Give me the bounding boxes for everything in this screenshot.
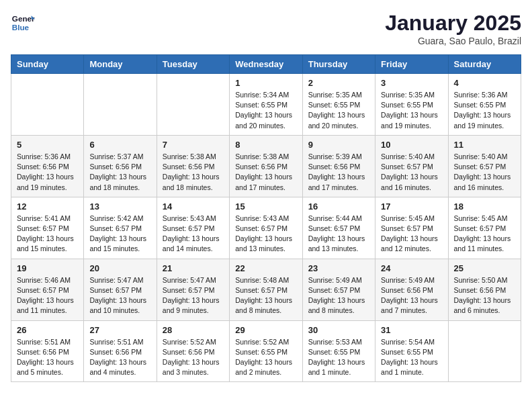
day-info: Sunrise: 5:51 AM Sunset: 6:56 PM Dayligh… [89,337,150,378]
weekday-header: Sunday [11,55,84,74]
day-number: 9 [308,140,369,150]
day-info: Sunrise: 5:49 AM Sunset: 6:56 PM Dayligh… [381,275,442,316]
calendar-cell: 12Sunrise: 5:41 AM Sunset: 6:57 PM Dayli… [11,197,84,259]
calendar-cell [11,74,84,136]
day-info: Sunrise: 5:34 AM Sunset: 6:55 PM Dayligh… [235,90,296,131]
day-info: Sunrise: 5:52 AM Sunset: 6:55 PM Dayligh… [235,337,296,378]
day-info: Sunrise: 5:43 AM Sunset: 6:57 PM Dayligh… [235,214,296,255]
day-number: 17 [381,201,442,212]
calendar-cell: 20Sunrise: 5:47 AM Sunset: 6:57 PM Dayli… [84,259,157,320]
calendar-cell: 24Sunrise: 5:49 AM Sunset: 6:56 PM Dayli… [375,259,448,320]
day-info: Sunrise: 5:48 AM Sunset: 6:57 PM Dayligh… [235,275,296,316]
calendar-cell: 2Sunrise: 5:35 AM Sunset: 6:55 PM Daylig… [302,74,375,136]
day-info: Sunrise: 5:46 AM Sunset: 6:57 PM Dayligh… [17,275,78,316]
calendar-cell: 5Sunrise: 5:36 AM Sunset: 6:56 PM Daylig… [11,135,84,197]
calendar-cell: 9Sunrise: 5:39 AM Sunset: 6:56 PM Daylig… [302,135,375,197]
day-number: 20 [89,263,150,273]
calendar-cell: 27Sunrise: 5:51 AM Sunset: 6:56 PM Dayli… [84,320,157,382]
day-info: Sunrise: 5:47 AM Sunset: 6:57 PM Dayligh… [163,275,224,316]
day-info: Sunrise: 5:49 AM Sunset: 6:57 PM Dayligh… [308,275,369,316]
weekday-header-row: SundayMondayTuesdayWednesdayThursdayFrid… [11,55,521,74]
month-title: January 2025 [385,11,521,36]
day-info: Sunrise: 5:45 AM Sunset: 6:57 PM Dayligh… [381,214,442,255]
day-info: Sunrise: 5:41 AM Sunset: 6:57 PM Dayligh… [17,214,78,255]
day-number: 4 [454,78,515,88]
calendar-cell: 7Sunrise: 5:38 AM Sunset: 6:56 PM Daylig… [157,135,229,197]
calendar-cell [84,74,157,136]
calendar-cell: 15Sunrise: 5:43 AM Sunset: 6:57 PM Dayli… [230,197,302,259]
day-number: 10 [381,140,442,150]
calendar-week-row: 5Sunrise: 5:36 AM Sunset: 6:56 PM Daylig… [11,135,521,197]
day-info: Sunrise: 5:47 AM Sunset: 6:57 PM Dayligh… [89,275,150,316]
calendar-cell: 25Sunrise: 5:50 AM Sunset: 6:56 PM Dayli… [448,259,521,320]
logo: General Blue General Blue [11,11,35,35]
day-info: Sunrise: 5:51 AM Sunset: 6:56 PM Dayligh… [17,337,78,378]
day-number: 26 [17,325,78,335]
day-info: Sunrise: 5:44 AM Sunset: 6:57 PM Dayligh… [308,214,369,255]
weekday-header: Tuesday [157,55,229,74]
calendar-week-row: 12Sunrise: 5:41 AM Sunset: 6:57 PM Dayli… [11,197,521,259]
day-info: Sunrise: 5:53 AM Sunset: 6:55 PM Dayligh… [308,337,369,378]
calendar-cell: 3Sunrise: 5:35 AM Sunset: 6:55 PM Daylig… [375,74,448,136]
day-info: Sunrise: 5:37 AM Sunset: 6:56 PM Dayligh… [89,152,150,193]
calendar-cell: 16Sunrise: 5:44 AM Sunset: 6:57 PM Dayli… [302,197,375,259]
day-number: 24 [381,263,442,273]
day-number: 2 [308,78,369,88]
weekday-header: Wednesday [230,55,302,74]
day-number: 1 [235,78,296,88]
day-info: Sunrise: 5:43 AM Sunset: 6:57 PM Dayligh… [163,214,224,255]
calendar-cell: 26Sunrise: 5:51 AM Sunset: 6:56 PM Dayli… [11,320,84,382]
calendar-week-row: 1Sunrise: 5:34 AM Sunset: 6:55 PM Daylig… [11,74,521,136]
day-info: Sunrise: 5:38 AM Sunset: 6:56 PM Dayligh… [163,152,224,193]
day-info: Sunrise: 5:39 AM Sunset: 6:56 PM Dayligh… [308,152,369,193]
day-number: 27 [89,325,150,335]
calendar-cell: 13Sunrise: 5:42 AM Sunset: 6:57 PM Dayli… [84,197,157,259]
day-number: 23 [308,263,369,273]
day-number: 12 [17,201,78,212]
location: Guara, Sao Paulo, Brazil [385,36,521,46]
day-number: 13 [89,201,150,212]
day-info: Sunrise: 5:40 AM Sunset: 6:57 PM Dayligh… [381,152,442,193]
day-info: Sunrise: 5:45 AM Sunset: 6:57 PM Dayligh… [454,214,515,255]
day-number: 3 [381,78,442,88]
calendar-cell: 30Sunrise: 5:53 AM Sunset: 6:55 PM Dayli… [302,320,375,382]
day-number: 6 [89,140,150,150]
calendar-cell: 21Sunrise: 5:47 AM Sunset: 6:57 PM Dayli… [157,259,229,320]
day-info: Sunrise: 5:40 AM Sunset: 6:57 PM Dayligh… [454,152,515,193]
day-number: 31 [381,325,442,335]
calendar-cell: 31Sunrise: 5:54 AM Sunset: 6:55 PM Dayli… [375,320,448,382]
day-number: 22 [235,263,296,273]
calendar-cell: 8Sunrise: 5:38 AM Sunset: 6:56 PM Daylig… [230,135,302,197]
calendar-cell: 28Sunrise: 5:52 AM Sunset: 6:56 PM Dayli… [157,320,229,382]
day-number: 28 [163,325,224,335]
day-info: Sunrise: 5:54 AM Sunset: 6:55 PM Dayligh… [381,337,442,378]
title-block: January 2025 Guara, Sao Paulo, Brazil [385,11,521,46]
day-number: 30 [308,325,369,335]
day-info: Sunrise: 5:42 AM Sunset: 6:57 PM Dayligh… [89,214,150,255]
day-number: 21 [163,263,224,273]
day-number: 15 [235,201,296,212]
calendar-cell: 14Sunrise: 5:43 AM Sunset: 6:57 PM Dayli… [157,197,229,259]
calendar-cell: 29Sunrise: 5:52 AM Sunset: 6:55 PM Dayli… [230,320,302,382]
calendar-cell [448,320,521,382]
day-info: Sunrise: 5:36 AM Sunset: 6:55 PM Dayligh… [454,90,515,131]
logo-icon: General Blue [11,11,35,35]
day-number: 18 [454,201,515,212]
day-number: 5 [17,140,78,150]
day-info: Sunrise: 5:38 AM Sunset: 6:56 PM Dayligh… [235,152,296,193]
day-number: 16 [308,201,369,212]
calendar-cell: 17Sunrise: 5:45 AM Sunset: 6:57 PM Dayli… [375,197,448,259]
calendar-cell [157,74,229,136]
calendar-cell: 10Sunrise: 5:40 AM Sunset: 6:57 PM Dayli… [375,135,448,197]
day-info: Sunrise: 5:35 AM Sunset: 6:55 PM Dayligh… [381,90,442,131]
day-number: 11 [454,140,515,150]
calendar-cell: 11Sunrise: 5:40 AM Sunset: 6:57 PM Dayli… [448,135,521,197]
calendar-cell: 1Sunrise: 5:34 AM Sunset: 6:55 PM Daylig… [230,74,302,136]
day-number: 14 [163,201,224,212]
weekday-header: Friday [375,55,448,74]
day-number: 29 [235,325,296,335]
weekday-header: Monday [84,55,157,74]
calendar-week-row: 19Sunrise: 5:46 AM Sunset: 6:57 PM Dayli… [11,259,521,320]
calendar-cell: 18Sunrise: 5:45 AM Sunset: 6:57 PM Dayli… [448,197,521,259]
svg-text:Blue: Blue [12,23,30,32]
